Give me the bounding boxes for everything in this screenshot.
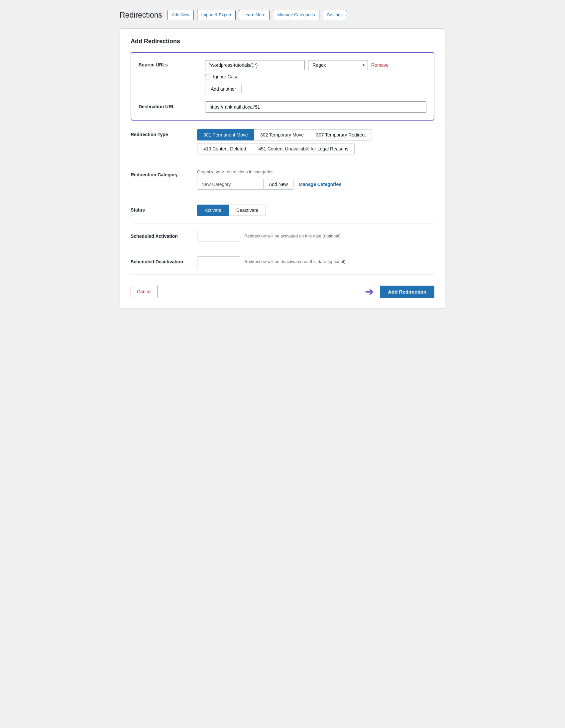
scheduled-deactivation-row: Scheduled Deactivation Redirection will … (131, 249, 434, 275)
redirection-category-row: Redirection Category Organize your redir… (131, 162, 434, 197)
new-category-input[interactable] (197, 179, 263, 190)
scheduled-activation-hint: Redirection will be activated on this da… (244, 233, 342, 238)
scheduled-deactivation-row-inner: Redirection will be deactivated on this … (197, 256, 434, 267)
page-header: Redirections Add New Import & Export Lea… (120, 10, 445, 20)
category-row: Add New Manage Categories (197, 179, 434, 190)
import-export-button[interactable]: Import & Export (197, 10, 235, 20)
manage-categories-link[interactable]: Manage Categories (299, 182, 341, 187)
ignore-case-label: Ignore Case (213, 74, 238, 79)
scheduled-activation-row: Scheduled Activation Redirection will be… (131, 224, 434, 249)
source-urls-content: Regex Plain Starts With ▾ Remove Ignore … (205, 60, 426, 94)
add-another-button[interactable]: Add another (205, 84, 241, 94)
redirection-type-row: Redirection Type 301 Permanent Move 302 … (131, 122, 434, 162)
cancel-button[interactable]: Cancel (131, 286, 158, 297)
source-url-input[interactable] (205, 60, 305, 70)
redirection-category-content: Organize your redirections in categories… (197, 169, 434, 190)
activate-button[interactable]: Activate (197, 205, 229, 216)
main-card: Add Redirections Source URLs Regex Plain (120, 28, 445, 309)
scheduled-activation-input[interactable] (197, 231, 240, 241)
scheduled-deactivation-input[interactable] (197, 256, 240, 267)
type-302-button[interactable]: 302 Temporary Move (254, 129, 310, 140)
source-urls-section: Source URLs Regex Plain Starts With ▾ (139, 60, 426, 94)
source-dest-box: Source URLs Regex Plain Starts With ▾ (131, 52, 434, 121)
scheduled-deactivation-content: Redirection will be deactivated on this … (197, 256, 434, 267)
scheduled-activation-row-inner: Redirection will be activated on this da… (197, 231, 434, 241)
status-row: Status Activate Deactivate (131, 197, 434, 224)
deactivate-button[interactable]: Deactivate (229, 205, 266, 216)
category-hint: Organize your redirections in categories… (197, 169, 434, 174)
card-footer: Cancel ➔ Add Redirection (131, 278, 434, 298)
scheduled-deactivation-hint: Redirection will be deactivated on this … (244, 259, 347, 264)
redirection-type-label: Redirection Type (131, 129, 197, 137)
footer-right: ➔ Add Redirection (365, 286, 434, 298)
redirection-type-group: 301 Permanent Move 302 Temporary Move 30… (197, 129, 434, 140)
regex-select-wrapper: Regex Plain Starts With ▾ (308, 60, 368, 70)
source-url-row: Regex Plain Starts With ▾ Remove (205, 60, 426, 70)
status-group: Activate Deactivate (197, 205, 434, 216)
destination-url-section: Destination URL (139, 101, 426, 113)
maint-410-button[interactable]: 410 Content Deleted (197, 143, 252, 154)
status-label: Status (131, 205, 197, 213)
manage-categories-header-button[interactable]: Manage Categories (273, 10, 319, 20)
type-301-button[interactable]: 301 Permanent Move (197, 129, 254, 140)
settings-button[interactable]: Settings (323, 10, 347, 20)
destination-url-input[interactable] (205, 101, 426, 113)
destination-url-label: Destination URL (139, 101, 205, 109)
card-title: Add Redirections (131, 38, 434, 45)
regex-select[interactable]: Regex Plain Starts With (308, 60, 368, 70)
ignore-case-checkbox[interactable] (205, 74, 210, 79)
maint-451-button[interactable]: 451 Content Unavailable for Legal Reason… (252, 143, 355, 154)
category-add-new-button[interactable]: Add New (263, 179, 294, 190)
source-urls-label: Source URLs (139, 60, 205, 67)
add-new-button[interactable]: Add New (167, 10, 194, 20)
scheduled-activation-label: Scheduled Activation (131, 231, 197, 239)
scheduled-activation-content: Redirection will be activated on this da… (197, 231, 434, 241)
status-content: Activate Deactivate (197, 205, 434, 216)
add-redirection-button[interactable]: Add Redirection (380, 286, 434, 298)
maintenance-code-group: 410 Content Deleted 451 Content Unavaila… (197, 143, 434, 154)
redirection-category-label: Redirection Category (131, 169, 197, 177)
page-title: Redirections (120, 11, 162, 20)
ignore-case-row: Ignore Case (205, 74, 426, 79)
page-wrapper: Redirections Add New Import & Export Lea… (120, 10, 445, 309)
redirection-type-content: 301 Permanent Move 302 Temporary Move 30… (197, 129, 434, 154)
arrow-right-icon: ➔ (365, 286, 374, 297)
remove-button[interactable]: Remove (371, 62, 389, 68)
learn-more-button[interactable]: Learn More (239, 10, 269, 20)
destination-url-content (205, 101, 426, 113)
type-307-button[interactable]: 307 Temporary Redirect (310, 129, 372, 140)
scheduled-deactivation-label: Scheduled Deactivation (131, 256, 197, 264)
